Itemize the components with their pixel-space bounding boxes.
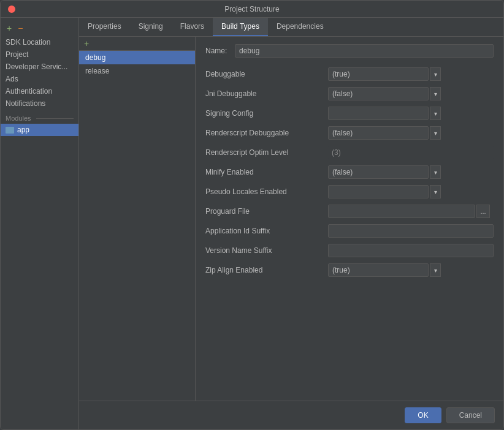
pseudo-locales-enabled-row: Pseudo Locales Enabled ▾ <box>205 185 494 198</box>
debuggable-row: Debuggable ▾ <box>205 67 494 81</box>
proguard-file-input[interactable] <box>328 205 475 218</box>
build-item-debug[interactable]: debug <box>79 51 195 64</box>
tab-properties[interactable]: Properties <box>79 18 130 36</box>
modules-section-label: Modules <box>1 110 78 124</box>
build-type-items: debug release <box>79 51 195 401</box>
footer: OK Cancel <box>79 401 503 429</box>
renderscript-debuggable-dropdown[interactable]: ▾ <box>430 126 441 140</box>
build-type-toolbar: + <box>79 37 195 51</box>
tab-dependencies[interactable]: Dependencies <box>268 18 332 36</box>
proguard-file-value: ... <box>328 205 490 218</box>
application-id-suffix-row: Application Id Suffix <box>205 224 494 238</box>
signing-config-row: Signing Config ▾ <box>205 107 494 120</box>
proguard-file-label: Proguard File <box>205 207 328 216</box>
close-button[interactable] <box>8 6 15 13</box>
sidebar-item-app[interactable]: app <box>1 124 78 136</box>
zip-align-enabled-value: ▾ <box>328 263 441 277</box>
signing-config-value: ▾ <box>328 107 441 120</box>
pseudo-locales-enabled-label: Pseudo Locales Enabled <box>205 187 328 196</box>
form-panel: Name: Debuggable ▾ Jni Debuggable <box>196 37 503 401</box>
build-type-list: + debug release <box>79 37 196 401</box>
sidebar-item-project[interactable]: Project <box>1 48 78 61</box>
minify-enabled-dropdown[interactable]: ▾ <box>430 165 441 179</box>
pseudo-locales-enabled-value: ▾ <box>328 185 441 198</box>
main-content: + − SDK Location Project Developer Servi… <box>1 18 503 429</box>
content-area: + debug release Name: <box>79 37 503 401</box>
tab-flavors[interactable]: Flavors <box>172 18 213 36</box>
sidebar-item-notifications[interactable]: Notifications <box>1 97 78 110</box>
debuggable-value: ▾ <box>328 67 441 81</box>
window-title: Project Structure <box>224 5 279 13</box>
version-name-suffix-label: Version Name Suffix <box>205 246 328 255</box>
application-id-suffix-input[interactable] <box>328 224 494 238</box>
renderscript-debuggable-row: Renderscript Debuggable ▾ <box>205 126 494 140</box>
build-item-release[interactable]: release <box>79 64 195 78</box>
folder-icon <box>6 127 14 134</box>
remove-item-button[interactable]: − <box>17 24 24 32</box>
jni-debuggable-label: Jni Debuggable <box>205 89 328 98</box>
jni-debuggable-dropdown[interactable]: ▾ <box>430 87 441 100</box>
debuggable-dropdown[interactable]: ▾ <box>430 67 441 81</box>
sidebar-toolbar: + − <box>1 21 78 36</box>
signing-config-dropdown[interactable]: ▾ <box>430 107 441 120</box>
zip-align-enabled-label: Zip Align Enabled <box>205 266 328 274</box>
application-id-suffix-label: Application Id Suffix <box>205 227 328 235</box>
tabs-bar: Properties Signing Flavors Build Types D… <box>79 18 503 37</box>
zip-align-enabled-input[interactable] <box>328 263 429 277</box>
sidebar-item-developer-services[interactable]: Developer Servic... <box>1 61 78 73</box>
zip-align-enabled-dropdown[interactable]: ▾ <box>430 263 441 277</box>
renderscript-debuggable-value: ▾ <box>328 126 441 140</box>
tab-signing[interactable]: Signing <box>130 18 172 36</box>
renderscript-optim-level-value <box>328 146 494 159</box>
cancel-button[interactable]: Cancel <box>446 407 495 423</box>
application-id-suffix-value <box>328 224 494 238</box>
right-panel: Properties Signing Flavors Build Types D… <box>79 18 503 429</box>
zip-align-enabled-row: Zip Align Enabled ▾ <box>205 263 494 277</box>
jni-debuggable-input[interactable] <box>328 87 429 100</box>
ok-button[interactable]: OK <box>405 407 441 423</box>
sidebar-item-sdk-location[interactable]: SDK Location <box>1 36 78 48</box>
renderscript-optim-level-label: Renderscript Optim Level <box>205 148 328 157</box>
title-bar: Project Structure <box>1 1 503 18</box>
minify-enabled-value: ▾ <box>328 165 441 179</box>
sidebar-item-ads[interactable]: Ads <box>1 73 78 85</box>
minify-enabled-row: Minify Enabled ▾ <box>205 165 494 179</box>
version-name-suffix-input[interactable] <box>328 244 494 257</box>
tab-build-types[interactable]: Build Types <box>213 18 268 36</box>
name-row: Name: <box>205 44 494 58</box>
add-item-button[interactable]: + <box>6 24 13 32</box>
version-name-suffix-row: Version Name Suffix <box>205 244 494 257</box>
debuggable-input[interactable] <box>328 67 429 81</box>
sidebar-item-authentication[interactable]: Authentication <box>1 85 78 97</box>
name-input[interactable] <box>235 44 494 58</box>
minify-enabled-input[interactable] <box>328 165 429 179</box>
jni-debuggable-value: ▾ <box>328 87 441 100</box>
version-name-suffix-value <box>328 244 494 257</box>
debuggable-label: Debuggable <box>205 70 328 78</box>
signing-config-input[interactable] <box>328 107 429 120</box>
renderscript-debuggable-label: Renderscript Debuggable <box>205 129 328 137</box>
renderscript-optim-level-input <box>328 146 494 159</box>
proguard-file-browse-button[interactable]: ... <box>476 205 490 218</box>
renderscript-optim-level-row: Renderscript Optim Level <box>205 146 494 159</box>
sidebar: + − SDK Location Project Developer Servi… <box>1 18 79 429</box>
pseudo-locales-enabled-dropdown[interactable]: ▾ <box>430 185 441 198</box>
jni-debuggable-row: Jni Debuggable ▾ <box>205 87 494 100</box>
renderscript-debuggable-input[interactable] <box>328 126 429 140</box>
pseudo-locales-enabled-input[interactable] <box>328 185 429 198</box>
proguard-file-row: Proguard File ... <box>205 205 494 218</box>
minify-enabled-label: Minify Enabled <box>205 168 328 176</box>
project-structure-window: Project Structure + − SDK Location Proje… <box>0 0 504 430</box>
name-label: Name: <box>205 47 230 55</box>
add-build-type-button[interactable]: + <box>83 39 90 48</box>
signing-config-label: Signing Config <box>205 109 328 118</box>
